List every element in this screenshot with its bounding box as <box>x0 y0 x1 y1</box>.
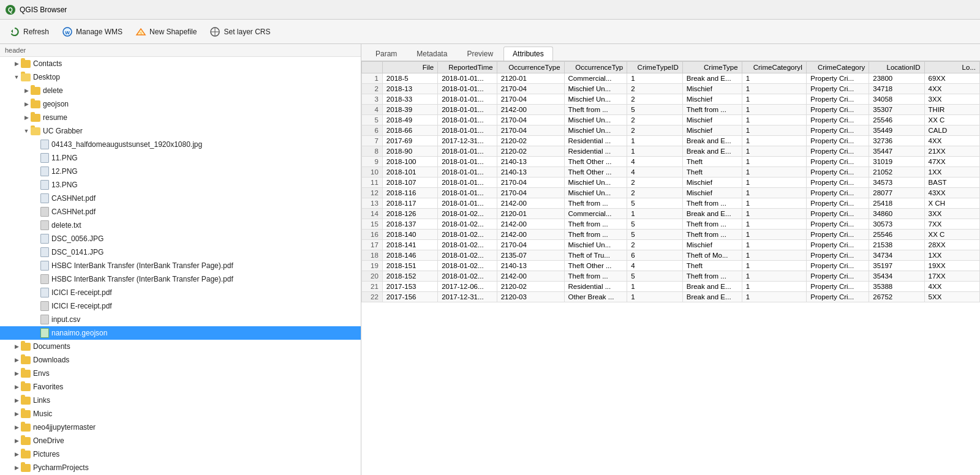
cell-value: 2017-12-31... <box>438 292 497 302</box>
tree-label: Documents <box>33 342 70 351</box>
cell-value: 6 <box>627 250 682 261</box>
tree-item-onedrive[interactable]: ▶ OneDrive <box>0 434 361 447</box>
col-header-file: File <box>382 62 437 73</box>
expand-arrow: ▶ <box>12 369 21 378</box>
file-icon <box>40 328 49 338</box>
tree-item-icici1[interactable]: ICICI E-receipt.pdf <box>0 286 361 299</box>
table-row: 152018-1372018-01-02...2142-00Theft from… <box>362 219 980 230</box>
cell-value: 2120-02 <box>497 136 564 146</box>
cell-value: 2018-01-02... <box>438 209 497 219</box>
tree-item-cashnet2[interactable]: CASHNet.pdf <box>0 205 361 219</box>
tree-item-documents[interactable]: ▶ Documents <box>0 340 361 353</box>
cell-value: 4 <box>627 261 682 271</box>
expand-arrow: ▶ <box>12 463 21 472</box>
cell-value: 2018-01-01... <box>438 146 497 157</box>
cell-value: 35449 <box>869 125 924 136</box>
cell-value: 1 <box>742 167 807 178</box>
cell-value: 2170-04 <box>497 178 564 188</box>
table-row: 172018-1412018-01-02...2170-04Mischief U… <box>362 240 980 250</box>
new-shapefile-button[interactable]: S New Shapefile <box>130 23 202 40</box>
toolbar: Refresh W Manage WMS S New Shapefile Set… <box>0 20 980 44</box>
set-layer-crs-button[interactable]: Set layer CRS <box>204 23 275 40</box>
tree-item-hsbc1[interactable]: HSBC InterBank Transfer (InterBank Trans… <box>0 259 361 272</box>
folder-icon <box>31 100 40 108</box>
tree-item-dsc2[interactable]: DSC_0141.JPG <box>0 245 361 259</box>
tree-item-delete-folder[interactable]: ▶ delete <box>0 84 361 97</box>
tree-item-13png[interactable]: 13.PNG <box>0 178 361 192</box>
row-number: 8 <box>362 146 383 157</box>
tree-item-favorites[interactable]: ▶ Favorites <box>0 380 361 394</box>
left-panel-header: header <box>0 44 361 57</box>
cell-value: 2018-01-01... <box>438 198 497 209</box>
cell-value: 4XX <box>924 282 979 292</box>
expand-arrow: ▶ <box>12 410 21 418</box>
tab-metadata[interactable]: Metadata <box>407 47 456 61</box>
expand-arrow <box>32 329 40 337</box>
tab-preview[interactable]: Preview <box>458 47 502 61</box>
manage-wms-button[interactable]: W Manage WMS <box>56 23 127 40</box>
tree-item-neo4j[interactable]: ▶ neo4jjupytermaster <box>0 421 361 434</box>
tree-label: 13.PNG <box>51 181 78 189</box>
expand-arrow: ▶ <box>12 436 21 445</box>
tree-item-geojson-folder[interactable]: ▶ geojson <box>0 97 361 111</box>
tree-item-desktop[interactable]: ▼ Desktop <box>0 70 361 84</box>
folder-icon <box>21 73 31 81</box>
cell-value: Theft <box>682 157 742 167</box>
tree-item-hsbc2[interactable]: HSBC InterBank Transfer (InterBank Trans… <box>0 272 361 286</box>
cell-value: 4XX <box>924 136 979 146</box>
cell-value: 21XX <box>924 146 979 157</box>
cell-value: Theft from ... <box>682 198 742 209</box>
tree-item-dsc1[interactable]: DSC_0056.JPG <box>0 232 361 245</box>
tree-item-11png[interactable]: 11.PNG <box>0 151 361 165</box>
file-icon <box>40 140 49 149</box>
tree-item-envs[interactable]: ▶ Envs <box>0 367 361 380</box>
tree-item-deletetxt[interactable]: delete.txt <box>0 219 361 232</box>
tree-item-pycharm[interactable]: ▶ PycharmProjects <box>0 461 361 474</box>
row-number: 20 <box>362 271 383 282</box>
cell-value: Theft from ... <box>682 219 742 230</box>
table-row: 12018-52018-01-01...2120-01Commercial...… <box>362 73 980 84</box>
tree-item-links[interactable]: ▶ Links <box>0 394 361 407</box>
tree-item-ucgrabber-folder[interactable]: ▼ UC Grabber <box>0 124 361 138</box>
tree-item-resume-folder[interactable]: ▶ resume <box>0 111 361 124</box>
cell-value: 2018-01-01... <box>438 115 497 125</box>
cell-value: Commercial... <box>564 73 627 84</box>
cell-value: 2018-01-02... <box>438 230 497 240</box>
cell-value: Mischief <box>682 84 742 94</box>
cell-value: 25546 <box>869 115 924 125</box>
folder-icon <box>21 410 31 418</box>
attributes-table-container[interactable]: File ReportedTime OccurrenceType Occurre… <box>361 61 980 475</box>
cell-value: 2 <box>627 178 682 188</box>
tree-item-nanaimo[interactable]: nanaimo.geojson <box>0 326 361 340</box>
tree-item-icici2[interactable]: ICICI E-receipt.pdf <box>0 299 361 313</box>
expand-arrow: ▼ <box>22 127 31 135</box>
tree-label: PycharmProjects <box>33 463 89 472</box>
cell-value: Theft from ... <box>564 219 627 230</box>
tree-item-jpg[interactable]: 04143_halfdomeaugustsunset_1920x1080.jpg <box>0 138 361 151</box>
tree-item-cashnet1[interactable]: CASHNet.pdf <box>0 192 361 205</box>
col-header-occurrencetype: OccurrenceType <box>497 62 564 73</box>
tree-item-contacts[interactable]: ▶ Contacts <box>0 57 361 70</box>
row-number: 18 <box>362 250 383 261</box>
tree-label: neo4jjupytermaster <box>33 423 96 432</box>
tree-item-music[interactable]: ▶ Music <box>0 407 361 421</box>
file-icon <box>40 274 49 284</box>
tree-item-inputcsv[interactable]: input.csv <box>0 313 361 326</box>
cell-value: Mischief Un... <box>564 188 627 198</box>
tree-item-pictures[interactable]: ▶ Pictures <box>0 447 361 461</box>
tab-attributes[interactable]: Attributes <box>503 47 553 61</box>
tree-item-downloads[interactable]: ▶ Downloads <box>0 353 361 367</box>
cell-value: 2018-90 <box>382 146 437 157</box>
tree-item-12png[interactable]: 12.PNG <box>0 165 361 178</box>
row-number: 11 <box>362 178 383 188</box>
tab-param[interactable]: Param <box>366 47 406 61</box>
cell-value: 1 <box>742 136 807 146</box>
row-number: 3 <box>362 94 383 105</box>
cell-value: 2 <box>627 84 682 94</box>
refresh-button[interactable]: Refresh <box>4 23 54 40</box>
cell-value: 5 <box>627 198 682 209</box>
cell-value: Mischief Un... <box>564 240 627 250</box>
cell-value: Break and E... <box>682 146 742 157</box>
table-row: 32018-332018-01-01...2170-04Mischief Un.… <box>362 94 980 105</box>
cell-value: 2018-13 <box>382 84 437 94</box>
